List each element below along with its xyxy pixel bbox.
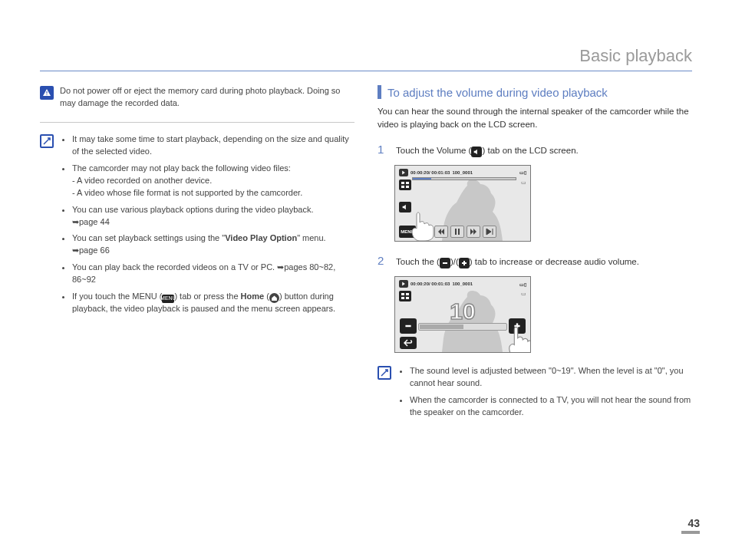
- warning-text: Do not power off or eject the memory car…: [60, 85, 354, 110]
- play-indicator-icon: [399, 169, 408, 176]
- svg-rect-5: [406, 186, 409, 188]
- svg-rect-4: [401, 186, 404, 188]
- svg-rect-10: [463, 261, 465, 265]
- step-1: 1 Touch the Volume () tab on the LCD scr…: [378, 143, 692, 157]
- svg-rect-15: [405, 325, 411, 327]
- progress-bar[interactable]: [412, 177, 516, 180]
- next-button[interactable]: [483, 226, 496, 238]
- forward-button[interactable]: [467, 226, 480, 238]
- right-column: To adjust the volume during video playba…: [378, 85, 692, 436]
- lcd-timecode: 00:00:20/ 00:01:03: [411, 170, 450, 175]
- lcd-filename: 100_0001: [452, 170, 473, 175]
- finger-pointer-icon: [506, 324, 531, 353]
- svg-rect-3: [406, 182, 409, 184]
- step-2: 2 Touch the ()/() tab to increase or dec…: [378, 254, 692, 268]
- heading-marker: [378, 85, 381, 99]
- svg-rect-1: [47, 94, 48, 95]
- page-number-underline: [681, 531, 700, 534]
- svg-rect-0: [47, 91, 48, 94]
- section-intro: You can hear the sound through the inter…: [378, 105, 692, 132]
- note-item: When the camcorder is connected to a TV,…: [410, 394, 692, 419]
- step-number: 1: [378, 143, 388, 157]
- pause-button[interactable]: [450, 226, 464, 238]
- rewind-button[interactable]: [434, 226, 448, 238]
- volume-track[interactable]: [418, 323, 507, 331]
- note-item: If you touch the MENU (MENU) tab or pres…: [72, 291, 354, 315]
- lcd-screen-playback: 00:00:20/ 00:01:03 100_0001 ▭▯ ▭ MENU: [394, 165, 531, 242]
- warning-box: Do not power off or eject the memory car…: [40, 85, 354, 110]
- play-indicator-icon: [399, 280, 408, 288]
- home-icon: [269, 293, 279, 303]
- battery-icon: ▭▯: [519, 170, 526, 175]
- note-item: You can play back the recorded videos on…: [72, 262, 354, 286]
- battery-icon: ▭▯: [519, 282, 526, 287]
- page-title: Basic playback: [40, 46, 692, 71]
- thumbnail-icon[interactable]: [399, 180, 411, 190]
- plus-icon: [459, 258, 470, 268]
- lcd-filename: 100_0001: [452, 282, 473, 286]
- divider: [40, 122, 354, 123]
- svg-rect-2: [401, 182, 404, 184]
- finger-pointer-icon: [409, 210, 435, 241]
- note-box: It may take some time to start playback,…: [40, 133, 354, 320]
- minus-icon: [440, 258, 450, 268]
- note-item: The camcorder may not play back the foll…: [72, 163, 354, 199]
- note-item: The sound level is adjusted between "0~1…: [410, 365, 692, 390]
- back-button[interactable]: [400, 337, 417, 349]
- note-item: You can set playback settings using the …: [72, 232, 354, 257]
- svg-rect-11: [401, 293, 404, 295]
- volume-icon: [471, 147, 482, 157]
- lcd-timecode: 00:00:20/ 00:01:03: [411, 282, 450, 286]
- lcd-screen-volume: 00:00:20/ 00:01:03 100_0001 ▭▯ ▭ 10: [394, 276, 531, 353]
- card-icon: ▭: [521, 180, 526, 186]
- note-list: It may take some time to start playback,…: [60, 133, 354, 320]
- note-icon: [378, 366, 391, 380]
- svg-rect-7: [458, 229, 460, 235]
- note-item: It may take some time to start playback,…: [72, 133, 354, 158]
- menu-icon: MENU: [162, 295, 174, 303]
- note-icon: [40, 134, 54, 148]
- note-item: You can use various playback options dur…: [72, 204, 354, 229]
- note-list-right: The sound level is adjusted between "0~1…: [397, 365, 692, 423]
- left-column: Do not power off or eject the memory car…: [40, 85, 354, 436]
- volume-down-button[interactable]: [400, 318, 417, 334]
- note-box-right: The sound level is adjusted between "0~1…: [378, 365, 692, 423]
- step-number: 2: [378, 254, 388, 268]
- svg-rect-12: [406, 293, 409, 295]
- svg-rect-8: [443, 262, 447, 264]
- card-icon: ▭: [521, 291, 526, 297]
- warning-icon: [40, 86, 54, 100]
- section-heading: To adjust the volume during video playba…: [378, 85, 692, 99]
- svg-rect-6: [455, 229, 457, 235]
- page-number: 43: [687, 517, 700, 529]
